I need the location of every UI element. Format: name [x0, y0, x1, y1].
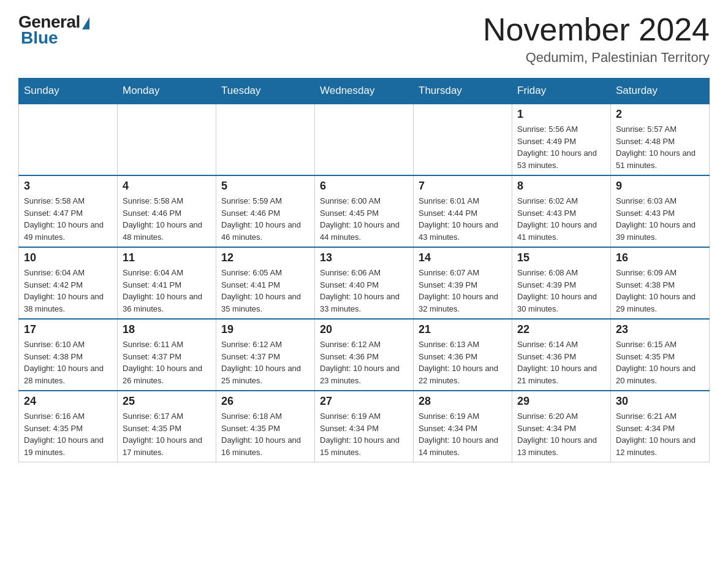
logo-triangle-icon	[82, 17, 89, 29]
calendar-cell: 30Sunrise: 6:21 AMSunset: 4:34 PMDayligh…	[611, 391, 710, 462]
day-info: Sunrise: 6:17 AMSunset: 4:35 PMDaylight:…	[123, 410, 211, 458]
day-number: 19	[221, 323, 309, 336]
day-number: 24	[24, 395, 112, 408]
day-info: Sunrise: 6:09 AMSunset: 4:38 PMDaylight:…	[616, 267, 704, 315]
day-number: 20	[320, 323, 408, 336]
calendar-cell: 8Sunrise: 6:02 AMSunset: 4:43 PMDaylight…	[512, 175, 611, 247]
day-number: 13	[320, 251, 408, 264]
weekday-header: Saturday	[611, 79, 710, 104]
weekday-header: Thursday	[414, 79, 512, 104]
day-info: Sunrise: 6:05 AMSunset: 4:41 PMDaylight:…	[221, 267, 309, 315]
day-number: 27	[320, 395, 408, 408]
day-number: 26	[221, 395, 309, 408]
day-info: Sunrise: 6:11 AMSunset: 4:37 PMDaylight:…	[123, 339, 211, 386]
day-info: Sunrise: 6:08 AMSunset: 4:39 PMDaylight:…	[517, 267, 605, 315]
day-info: Sunrise: 6:18 AMSunset: 4:35 PMDaylight:…	[221, 410, 309, 458]
day-number: 15	[517, 251, 605, 264]
calendar-cell: 15Sunrise: 6:08 AMSunset: 4:39 PMDayligh…	[512, 247, 611, 319]
weekday-header: Tuesday	[216, 79, 315, 104]
logo-blue-text: Blue	[21, 28, 58, 48]
day-number: 3	[24, 180, 112, 193]
calendar-cell: 17Sunrise: 6:10 AMSunset: 4:38 PMDayligh…	[19, 319, 118, 391]
day-number: 12	[221, 251, 309, 264]
day-info: Sunrise: 6:10 AMSunset: 4:38 PMDaylight:…	[24, 339, 112, 386]
day-info: Sunrise: 6:07 AMSunset: 4:39 PMDaylight:…	[419, 267, 507, 315]
calendar-cell: 14Sunrise: 6:07 AMSunset: 4:39 PMDayligh…	[414, 247, 512, 319]
calendar-cell: 6Sunrise: 6:00 AMSunset: 4:45 PMDaylight…	[315, 175, 414, 247]
calendar-cell	[315, 104, 414, 175]
week-row: 17Sunrise: 6:10 AMSunset: 4:38 PMDayligh…	[19, 319, 710, 391]
day-number: 18	[123, 323, 211, 336]
day-number: 30	[616, 395, 704, 408]
day-number: 8	[517, 180, 605, 193]
calendar-cell: 18Sunrise: 6:11 AMSunset: 4:37 PMDayligh…	[118, 319, 216, 391]
calendar-cell: 7Sunrise: 6:01 AMSunset: 4:44 PMDaylight…	[414, 175, 512, 247]
day-number: 22	[517, 323, 605, 336]
day-info: Sunrise: 6:19 AMSunset: 4:34 PMDaylight:…	[320, 410, 408, 458]
day-info: Sunrise: 5:57 AMSunset: 4:48 PMDaylight:…	[616, 123, 704, 171]
day-number: 4	[123, 180, 211, 193]
calendar-cell: 10Sunrise: 6:04 AMSunset: 4:42 PMDayligh…	[19, 247, 118, 319]
day-number: 17	[24, 323, 112, 336]
calendar-cell: 9Sunrise: 6:03 AMSunset: 4:43 PMDaylight…	[611, 175, 710, 247]
day-info: Sunrise: 6:20 AMSunset: 4:34 PMDaylight:…	[517, 410, 605, 458]
calendar-cell: 2Sunrise: 5:57 AMSunset: 4:48 PMDaylight…	[611, 104, 710, 175]
day-info: Sunrise: 5:59 AMSunset: 4:46 PMDaylight:…	[221, 195, 309, 243]
day-info: Sunrise: 6:14 AMSunset: 4:36 PMDaylight:…	[517, 339, 605, 386]
day-info: Sunrise: 6:02 AMSunset: 4:43 PMDaylight:…	[517, 195, 605, 243]
week-row: 3Sunrise: 5:58 AMSunset: 4:47 PMDaylight…	[19, 175, 710, 247]
day-info: Sunrise: 6:03 AMSunset: 4:43 PMDaylight:…	[616, 195, 704, 243]
day-number: 25	[123, 395, 211, 408]
month-title: November 2024	[483, 12, 710, 47]
calendar-cell: 4Sunrise: 5:58 AMSunset: 4:46 PMDaylight…	[118, 175, 216, 247]
calendar-cell: 25Sunrise: 6:17 AMSunset: 4:35 PMDayligh…	[118, 391, 216, 462]
calendar-cell: 27Sunrise: 6:19 AMSunset: 4:34 PMDayligh…	[315, 391, 414, 462]
day-info: Sunrise: 6:04 AMSunset: 4:41 PMDaylight:…	[123, 267, 211, 315]
calendar-cell: 3Sunrise: 5:58 AMSunset: 4:47 PMDaylight…	[19, 175, 118, 247]
calendar-cell: 23Sunrise: 6:15 AMSunset: 4:35 PMDayligh…	[611, 319, 710, 391]
calendar-cell: 22Sunrise: 6:14 AMSunset: 4:36 PMDayligh…	[512, 319, 611, 391]
calendar-cell: 5Sunrise: 5:59 AMSunset: 4:46 PMDaylight…	[216, 175, 315, 247]
day-info: Sunrise: 6:16 AMSunset: 4:35 PMDaylight:…	[24, 410, 112, 458]
day-info: Sunrise: 5:56 AMSunset: 4:49 PMDaylight:…	[517, 123, 605, 171]
calendar-cell	[216, 104, 315, 175]
day-number: 28	[419, 395, 507, 408]
day-info: Sunrise: 6:21 AMSunset: 4:34 PMDaylight:…	[616, 410, 704, 458]
day-number: 6	[320, 180, 408, 193]
day-info: Sunrise: 6:13 AMSunset: 4:36 PMDaylight:…	[419, 339, 507, 386]
day-number: 14	[419, 251, 507, 264]
title-block: November 2024 Qedumim, Palestinian Terri…	[483, 12, 710, 66]
day-info: Sunrise: 6:19 AMSunset: 4:34 PMDaylight:…	[419, 410, 507, 458]
calendar-cell: 29Sunrise: 6:20 AMSunset: 4:34 PMDayligh…	[512, 391, 611, 462]
day-info: Sunrise: 6:15 AMSunset: 4:35 PMDaylight:…	[616, 339, 704, 386]
weekday-header: Wednesday	[315, 79, 414, 104]
weekday-header: Friday	[512, 79, 611, 104]
weekday-header: Sunday	[19, 79, 118, 104]
day-number: 11	[123, 251, 211, 264]
calendar-cell: 19Sunrise: 6:12 AMSunset: 4:37 PMDayligh…	[216, 319, 315, 391]
location-title: Qedumim, Palestinian Territory	[483, 50, 710, 66]
calendar-cell: 13Sunrise: 6:06 AMSunset: 4:40 PMDayligh…	[315, 247, 414, 319]
day-info: Sunrise: 6:12 AMSunset: 4:37 PMDaylight:…	[221, 339, 309, 386]
calendar-cell: 11Sunrise: 6:04 AMSunset: 4:41 PMDayligh…	[118, 247, 216, 319]
calendar-header-row: SundayMondayTuesdayWednesdayThursdayFrid…	[19, 79, 710, 104]
calendar-cell: 20Sunrise: 6:12 AMSunset: 4:36 PMDayligh…	[315, 319, 414, 391]
day-info: Sunrise: 6:06 AMSunset: 4:40 PMDaylight:…	[320, 267, 408, 315]
week-row: 24Sunrise: 6:16 AMSunset: 4:35 PMDayligh…	[19, 391, 710, 462]
calendar-cell: 26Sunrise: 6:18 AMSunset: 4:35 PMDayligh…	[216, 391, 315, 462]
day-number: 29	[517, 395, 605, 408]
calendar-table: SundayMondayTuesdayWednesdayThursdayFrid…	[18, 78, 710, 462]
calendar-cell	[118, 104, 216, 175]
week-row: 10Sunrise: 6:04 AMSunset: 4:42 PMDayligh…	[19, 247, 710, 319]
day-number: 1	[517, 108, 605, 121]
calendar-cell: 28Sunrise: 6:19 AMSunset: 4:34 PMDayligh…	[414, 391, 512, 462]
calendar-cell: 12Sunrise: 6:05 AMSunset: 4:41 PMDayligh…	[216, 247, 315, 319]
day-info: Sunrise: 6:01 AMSunset: 4:44 PMDaylight:…	[419, 195, 507, 243]
day-number: 16	[616, 251, 704, 264]
week-row: 1Sunrise: 5:56 AMSunset: 4:49 PMDaylight…	[19, 104, 710, 175]
page-header: General Blue November 2024 Qedumim, Pale…	[18, 12, 710, 66]
day-number: 23	[616, 323, 704, 336]
calendar-cell: 16Sunrise: 6:09 AMSunset: 4:38 PMDayligh…	[611, 247, 710, 319]
day-number: 5	[221, 180, 309, 193]
calendar-cell: 21Sunrise: 6:13 AMSunset: 4:36 PMDayligh…	[414, 319, 512, 391]
